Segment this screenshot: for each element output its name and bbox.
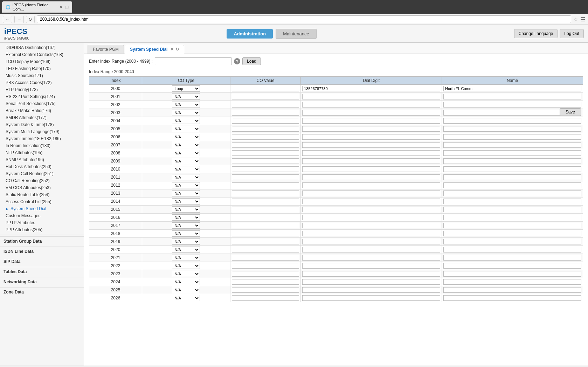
cell-name-2008[interactable]	[442, 149, 583, 157]
cell-dial-digit-2013[interactable]	[301, 189, 442, 198]
input-dial-digit-2013[interactable]	[302, 191, 440, 196]
sidebar-item-snmp[interactable]: SNMP Attribute(196)	[0, 156, 84, 163]
cell-co-value-2006[interactable]	[230, 133, 300, 141]
select-co-type-2016[interactable]: N/ALoopDIDE&MGSLS	[172, 214, 200, 221]
sidebar-item-rlp-priority[interactable]: RLP Priority(173)	[0, 86, 84, 93]
cell-co-value-2009[interactable]	[230, 157, 300, 165]
input-dial-digit-2017[interactable]	[302, 223, 440, 228]
cell-co-type-2010[interactable]: N/ALoopDIDE&MGSLS	[142, 165, 230, 173]
cell-dial-digit-2018[interactable]	[301, 230, 442, 238]
input-name-2005[interactable]	[443, 126, 581, 132]
input-co-value-2021[interactable]	[232, 255, 299, 261]
cell-co-type-2009[interactable]: N/ALoopDIDE&MGSLS	[142, 157, 230, 165]
browser-tab[interactable]: 🌐 iPECS (North Florida Com... ✕ ▢	[2, 1, 72, 13]
sidebar-item-in-room[interactable]: In Room Indication(183)	[0, 142, 84, 149]
input-name-2020[interactable]	[443, 247, 581, 252]
cell-name-2012[interactable]	[442, 181, 583, 189]
cell-name-2007[interactable]	[442, 141, 583, 149]
select-co-type-2013[interactable]: N/ALoopDIDE&MGSLS	[172, 190, 200, 196]
select-co-type-2003[interactable]: N/ALoopDIDE&MGSLS	[172, 110, 200, 116]
cell-name-2019[interactable]	[442, 238, 583, 246]
input-dial-digit-2018[interactable]	[302, 231, 440, 236]
input-dial-digit-2026[interactable]	[302, 295, 440, 301]
cell-co-value-2025[interactable]	[230, 286, 300, 294]
sidebar-item-lcd-display[interactable]: LCD Display Mode(169)	[0, 58, 84, 65]
input-co-value-2005[interactable]	[232, 126, 299, 132]
cell-co-value-2010[interactable]	[230, 165, 300, 173]
cell-co-value-2002[interactable]	[230, 101, 300, 109]
input-dial-digit-2005[interactable]	[302, 126, 440, 132]
cell-name-2023[interactable]	[442, 270, 583, 278]
input-dial-digit-2000[interactable]	[302, 86, 440, 91]
tab-favorite-pgm[interactable]: Favorite PGM	[88, 45, 124, 54]
input-name-2022[interactable]	[443, 263, 581, 269]
sidebar-item-ext-control[interactable]: External Control Contacts(168)	[0, 51, 84, 58]
input-dial-digit-2014[interactable]	[302, 199, 440, 204]
select-co-type-2008[interactable]: N/ALoopDIDE&MGSLS	[172, 150, 200, 156]
input-dial-digit-2025[interactable]	[302, 287, 440, 293]
cell-co-type-2024[interactable]: N/ALoopDIDE&MGSLS	[142, 278, 230, 286]
sidebar-section-isdn[interactable]: ISDN Line Data	[0, 247, 84, 255]
select-co-type-2006[interactable]: N/ALoopDIDE&MGSLS	[172, 134, 200, 140]
cell-name-2014[interactable]	[442, 198, 583, 206]
sidebar-item-serial-port[interactable]: Serial Port Selections(175)	[0, 100, 84, 107]
cell-co-value-2011[interactable]	[230, 173, 300, 181]
maintenance-tab-button[interactable]: Maintenance	[276, 29, 316, 39]
cell-co-value-2022[interactable]	[230, 262, 300, 270]
cell-co-type-2000[interactable]: N/ALoopDIDE&MGSLS	[142, 85, 230, 93]
select-co-type-2009[interactable]: N/ALoopDIDE&MGSLS	[172, 158, 200, 164]
cell-name-2020[interactable]	[442, 246, 583, 254]
input-co-value-2019[interactable]	[232, 239, 299, 244]
select-co-type-2002[interactable]: N/ALoopDIDE&MGSLS	[172, 102, 200, 108]
cell-co-type-2015[interactable]: N/ALoopDIDE&MGSLS	[142, 206, 230, 214]
sidebar-item-music-sources[interactable]: Music Sources(171)	[0, 72, 84, 79]
cell-co-value-2024[interactable]	[230, 278, 300, 286]
cell-dial-digit-2016[interactable]	[301, 214, 442, 222]
sidebar-section-station-group[interactable]: Station Group Data	[0, 236, 84, 245]
sidebar-item-sys-call-routing[interactable]: System Call Routing(251)	[0, 170, 84, 177]
cell-dial-digit-2021[interactable]	[301, 254, 442, 262]
input-co-value-2024[interactable]	[232, 279, 299, 285]
cell-name-2002[interactable]	[442, 101, 583, 109]
save-button[interactable]: Save	[560, 108, 581, 116]
cell-co-type-2003[interactable]: N/ALoopDIDE&MGSLS	[142, 109, 230, 117]
cell-co-type-2025[interactable]: N/ALoopDIDE&MGSLS	[142, 286, 230, 294]
cell-co-type-2017[interactable]: N/ALoopDIDE&MGSLS	[142, 222, 230, 230]
input-co-value-2010[interactable]	[232, 166, 299, 172]
cell-co-value-2026[interactable]	[230, 294, 300, 302]
cell-co-value-2007[interactable]	[230, 141, 300, 149]
input-dial-digit-2008[interactable]	[302, 150, 440, 156]
back-button[interactable]: ←	[3, 16, 12, 23]
sidebar-item-pbx-access[interactable]: PBX Access Codes(172)	[0, 79, 84, 86]
input-co-value-2008[interactable]	[232, 150, 299, 156]
input-name-2007[interactable]	[443, 142, 581, 148]
cell-co-type-2005[interactable]: N/ALoopDIDE&MGSLS	[142, 125, 230, 133]
sidebar-section-tables[interactable]: Tables Data	[0, 267, 84, 276]
input-co-value-2000[interactable]	[232, 86, 299, 91]
cell-dial-digit-2022[interactable]	[301, 262, 442, 270]
input-name-2016[interactable]	[443, 215, 581, 220]
input-dial-digit-2024[interactable]	[302, 279, 440, 285]
input-name-2009[interactable]	[443, 158, 581, 164]
cell-name-2000[interactable]	[442, 85, 583, 93]
cell-name-2021[interactable]	[442, 254, 583, 262]
forward-button[interactable]: →	[14, 16, 24, 23]
select-co-type-2018[interactable]: N/ALoopDIDE&MGSLS	[172, 230, 200, 237]
admin-tab-button[interactable]: Administration	[227, 29, 273, 39]
cell-dial-digit-2023[interactable]	[301, 270, 442, 278]
select-co-type-2001[interactable]: N/ALoopDIDE&MGSLS	[172, 94, 200, 100]
select-co-type-2004[interactable]: N/ALoopDIDE&MGSLS	[172, 118, 200, 124]
cell-co-value-2013[interactable]	[230, 189, 300, 198]
cell-co-type-2021[interactable]: N/ALoopDIDE&MGSLS	[142, 254, 230, 262]
input-dial-digit-2021[interactable]	[302, 255, 440, 261]
input-dial-digit-2023[interactable]	[302, 271, 440, 277]
cell-name-2015[interactable]	[442, 206, 583, 214]
sidebar-item-static-route[interactable]: Static Route Table(254)	[0, 191, 84, 198]
input-dial-digit-2015[interactable]	[302, 207, 440, 212]
select-co-type-2023[interactable]: N/ALoopDIDE&MGSLS	[172, 271, 200, 277]
help-icon[interactable]: ?	[234, 58, 240, 64]
select-co-type-2017[interactable]: N/ALoopDIDE&MGSLS	[172, 222, 200, 229]
input-co-value-2012[interactable]	[232, 182, 299, 188]
input-name-2011[interactable]	[443, 174, 581, 180]
menu-icon[interactable]: ☰	[580, 16, 585, 23]
